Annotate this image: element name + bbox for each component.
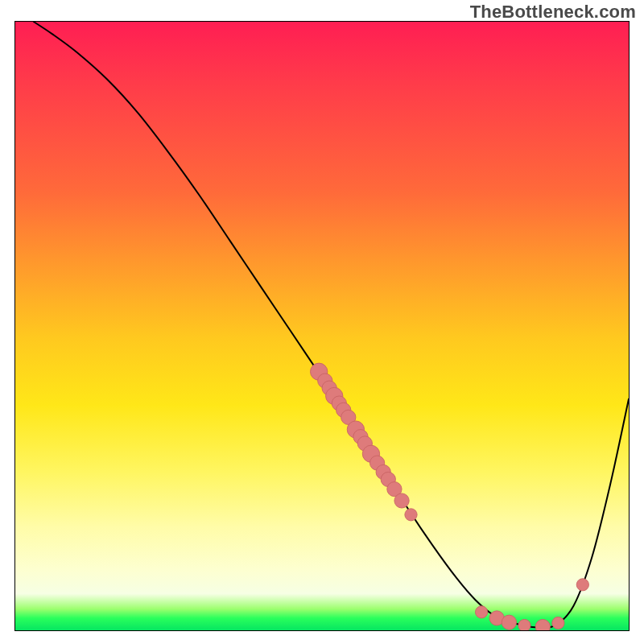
plot-area <box>14 21 630 631</box>
gradient-background <box>15 22 629 630</box>
chart-container: TheBottleneck.com <box>0 0 644 644</box>
watermark-text: TheBottleneck.com <box>470 2 636 23</box>
